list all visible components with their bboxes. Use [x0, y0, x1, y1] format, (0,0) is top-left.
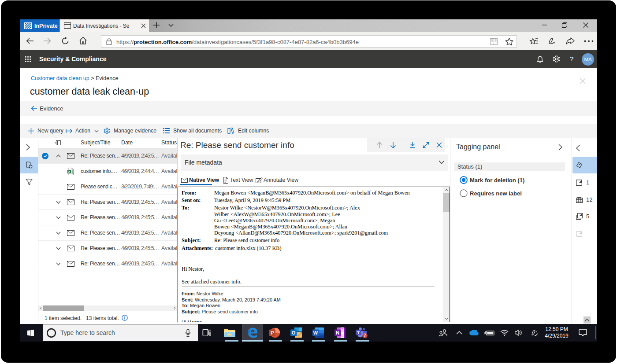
- svg-text:O: O: [292, 330, 296, 335]
- svg-text:P: P: [271, 330, 274, 335]
- svg-text:T: T: [357, 330, 360, 335]
- svg-text:W: W: [313, 330, 318, 335]
- svg-text:7: 7: [364, 333, 366, 338]
- svg-text:N: N: [336, 330, 339, 335]
